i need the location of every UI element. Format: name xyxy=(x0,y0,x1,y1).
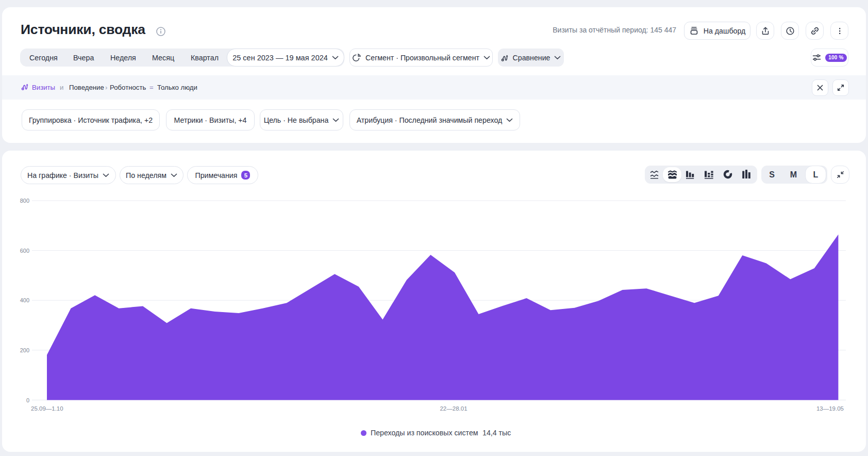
svg-text:600: 600 xyxy=(20,248,29,254)
svg-text:400: 400 xyxy=(20,297,29,303)
svg-text:25.09—1.10: 25.09—1.10 xyxy=(31,405,63,412)
svg-text:22—28.01: 22—28.01 xyxy=(440,405,467,412)
svg-text:13—19.05: 13—19.05 xyxy=(816,405,844,412)
svg-text:200: 200 xyxy=(20,347,29,353)
svg-text:0: 0 xyxy=(26,397,29,403)
svg-text:800: 800 xyxy=(20,198,29,204)
